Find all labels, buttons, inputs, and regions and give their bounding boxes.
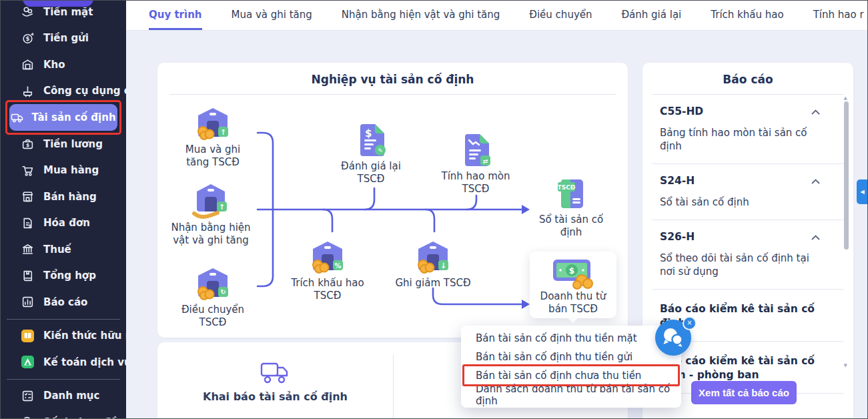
node-doanh-thu-tu-ban[interactable]: $ Doanh thu từ bán TSCĐ	[530, 252, 616, 318]
node-danh-gia-lai[interactable]: $ ✎ Đánh giá lại TSCĐ	[331, 121, 411, 185]
sidebar-item-danh-muc[interactable]: Danh mục	[1, 383, 126, 410]
report-scrollbar-thumb[interactable]	[844, 101, 849, 250]
node-dieu-chuyen[interactable]: ↻ Điều chuyển TSCĐ	[173, 265, 253, 329]
sidebar-item-label: Công cụ dụng cụ	[43, 85, 137, 97]
node-label: Nhận bằng hiện vật và ghi tăng	[164, 222, 258, 247]
node-label: Trích khấu hao TSCĐ	[288, 277, 368, 302]
tab-nhan-bang-hien-vat[interactable]: Nhận bằng hiện vật và ghi tăng	[342, 1, 500, 30]
report-item[interactable]: Bảng tính hao mòn tài sản cố định	[660, 126, 820, 153]
amis-triangle-icon	[21, 356, 34, 369]
sidebar-item-label: Tiền mặt	[43, 6, 93, 18]
sidebar-item-so-du-ban-dau[interactable]: $ Số dư ban đầu	[1, 409, 126, 419]
sidebar-item-tong-hop[interactable]: Tổng hợp	[1, 263, 126, 290]
collapse-panel-tab[interactable]: ◀	[857, 179, 868, 204]
report-item-kiem-ke-phong-ban[interactable]: Báo cáo kiểm kê tài sản cố định - phòng …	[660, 354, 820, 382]
node-label: Tính hao mòn TSCĐ	[436, 170, 516, 195]
svg-text:↓: ↓	[440, 262, 446, 270]
menu-item-thu-tien-mat[interactable]: Bán tài sản cố định thu tiền mặt	[461, 329, 681, 348]
bank-icon	[21, 243, 34, 256]
sidebar-item-label: Tổng hợp	[43, 270, 96, 282]
report-item[interactable]: Sổ tài sản cố định	[660, 195, 820, 209]
tab-mua-va-ghi-tang[interactable]: Mua và ghi tăng	[232, 1, 312, 30]
chevron-up-icon[interactable]	[811, 105, 820, 117]
report-code-s24h[interactable]: S24-H	[660, 175, 820, 187]
svg-text:$: $	[365, 127, 372, 139]
node-ghi-giam[interactable]: ↓ Ghi giảm TSCĐ	[390, 238, 476, 290]
sidebar-item-ban-hang[interactable]: Bán hàng	[1, 183, 126, 210]
node-label: Doanh thu từ bán TSCĐ	[530, 290, 616, 316]
workflow-card: Nghiệp vụ tài sản cố định	[157, 63, 628, 338]
scroll-up-icon[interactable]: ▲	[844, 95, 847, 101]
sidebar-item-kho[interactable]: Kho	[1, 51, 126, 78]
tools-icon	[21, 84, 34, 97]
warehouse-down-icon: ↓	[414, 238, 452, 276]
node-so-tai-san-co-dinh[interactable]: TSCĐ Sổ tài sản cố định	[531, 175, 611, 239]
sidebar-item-ke-toan-dich-vu[interactable]: Kế toán dịch vụ	[1, 349, 126, 376]
report-divider	[652, 289, 844, 290]
sidebar-item-thue[interactable]: Thuế	[1, 236, 126, 263]
document-revalue-icon: $ ✎	[354, 121, 388, 159]
menu-item-chua-thu-tien[interactable]: Bán tài sản cố định chưa thu tiền	[461, 366, 681, 385]
sidebar-item-label: Tài sản cố định	[31, 111, 115, 123]
report-code-label: S26-H	[660, 231, 695, 243]
sidebar-item-label: Báo cáo	[43, 296, 87, 308]
svg-text:$: $	[28, 224, 31, 229]
node-mua-va-ghi-tang[interactable]: ↑ Mua và ghi tăng TSCĐ	[173, 105, 253, 169]
declare-asset-link[interactable]: Khai báo tài sản cố định	[157, 342, 393, 403]
sidebar-item-mua-hang[interactable]: Mua hàng	[1, 157, 126, 184]
sidebar-item-hoa-don[interactable]: $ Hóa đơn	[1, 210, 126, 237]
node-nhan-bang-hien-vat[interactable]: ↑ Nhận bằng hiện vật và ghi tăng	[164, 181, 258, 247]
report-panel-title: Báo cáo	[642, 63, 853, 86]
chevron-up-icon[interactable]	[811, 231, 820, 243]
view-all-reports-button[interactable]: Xem tất cả báo cáo	[691, 381, 797, 404]
annotation-box-sidebar: Tài sản cố định	[5, 100, 121, 135]
sidebar-item-label: Hóa đơn	[43, 217, 90, 229]
tab-trich-khau-hao[interactable]: Trích khấu hao	[711, 1, 783, 30]
node-trich-khau-hao[interactable]: % Trích khấu hao TSCĐ	[288, 238, 368, 302]
chat-bubbles-icon	[662, 327, 685, 348]
warehouse-transfer-icon: ↻	[194, 265, 232, 302]
opening-balance-icon: $	[21, 416, 34, 419]
sidebar-item-label: Thuế	[43, 244, 71, 256]
report-item[interactable]: Sổ theo dõi tài sản cố định tại nơi sử d…	[660, 252, 820, 278]
warehouse-percent-icon: %	[309, 238, 346, 276]
svg-text:↻: ↻	[220, 288, 226, 296]
tab-bar: Quy trình Mua và ghi tăng Nhận bằng hiện…	[126, 1, 867, 31]
scroll-down-icon[interactable]: ▼	[844, 363, 847, 368]
warehouse-icon	[21, 58, 34, 71]
svg-text:$: $	[569, 266, 574, 276]
svg-text:%: %	[334, 262, 341, 270]
sidebar-item-label: Danh mục	[43, 390, 99, 402]
chevron-up-icon[interactable]	[811, 175, 820, 187]
node-label: Sổ tài sản cố định	[531, 214, 611, 239]
sidebar: Tiền mặt $ Tiền gửi Kho Công cụ dụng cụ …	[1, 1, 126, 418]
menu-item-thu-tien-gui[interactable]: Bán tài sản cố định thu tiền gửi	[461, 348, 681, 366]
sidebar-divider	[7, 319, 120, 320]
warehouse-hand-icon: ↑	[191, 181, 230, 220]
chart-icon	[21, 296, 34, 309]
svg-text:$: $	[25, 142, 29, 148]
tab-dieu-chuyen[interactable]: Điều chuyển	[529, 1, 592, 30]
sidebar-item-tai-san-co-dinh[interactable]: Tài sản cố định	[9, 104, 117, 131]
chat-close-icon[interactable]: ×	[683, 316, 697, 330]
report-code-s26h[interactable]: S26-H	[660, 231, 820, 243]
payroll-icon: $	[21, 137, 34, 151]
svg-text:$: $	[25, 35, 29, 42]
tab-quy-trinh[interactable]: Quy trình	[149, 1, 202, 30]
node-tinh-hao-mon[interactable]: ⇄ Tính hao mòn TSCĐ	[436, 131, 516, 195]
sidebar-item-tien-gui[interactable]: $ Tiền gửi	[1, 25, 126, 52]
tab-danh-gia-lai[interactable]: Đánh giá lại	[622, 1, 682, 30]
report-code-label: S24-H	[660, 175, 695, 187]
report-code-c55hd[interactable]: C55-HD	[660, 105, 820, 117]
report-divider	[652, 163, 844, 164]
cash-hand-icon	[21, 5, 34, 19]
money-coins-icon: $	[551, 257, 595, 290]
sidebar-item-kien-thuc-huu-ich[interactable]: Kiến thức hữu ích	[1, 323, 126, 350]
sidebar-item-bao-cao[interactable]: Báo cáo	[1, 289, 126, 316]
sidebar-active-remnant	[23, 0, 93, 7]
menu-item-danh-sach-doanh-thu[interactable]: Danh sách doanh thu từ bán tài sản cố đị…	[461, 385, 681, 404]
node-label: Mua và ghi tăng TSCĐ	[173, 143, 253, 169]
tab-tinh-hao-mon[interactable]: Tính hao r	[813, 1, 864, 30]
sidebar-divider	[7, 379, 120, 380]
sidebar-item-label: Kiến thức hữu ích	[43, 330, 141, 342]
